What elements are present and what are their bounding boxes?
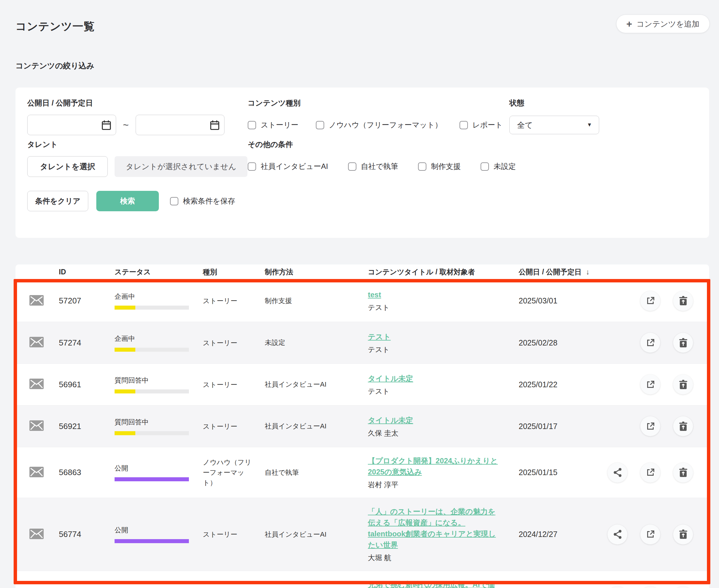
content-title-link[interactable]: タイトル未定 (368, 415, 498, 426)
delete-button[interactable] (673, 463, 693, 483)
row-title-cell: 兄弟で挑む新時代の採用広報。AIで価値を創造する経営者の挑戦 大堀 海 (330, 571, 503, 588)
filter-panel: 公開日 / 公開予定日 ~ (16, 87, 709, 238)
status-select[interactable]: 全て ▼ (510, 116, 599, 134)
delete-button[interactable] (673, 525, 693, 544)
mail-icon[interactable] (29, 337, 44, 348)
open-external-button[interactable] (640, 375, 660, 394)
talent-field: タレント タレントを選択 タレントが選択されていません (27, 140, 248, 176)
checkbox-icon[interactable] (170, 197, 178, 205)
row-actions (590, 525, 709, 544)
row-subject: 久保 圭太 (368, 428, 503, 438)
checkbox-knowhow[interactable]: ノウハウ（フリーフォーマット） (316, 120, 442, 130)
table-body: 57207 企画中 ストーリー 制作支援 test テスト 2025/03/01 (16, 280, 709, 588)
table-row: 57274 企画中 ストーリー 未設定 テスト テスト 2025/02/28 (16, 322, 709, 363)
content-title-link[interactable]: test (368, 289, 498, 300)
row-id: 57207 (59, 296, 99, 306)
add-content-button-label: コンテンツを追加 (636, 19, 699, 29)
mail-icon[interactable] (29, 529, 44, 539)
checkbox-report[interactable]: レポート (460, 120, 503, 130)
checkbox-interview-ai[interactable]: 社員インタビューAI (248, 162, 328, 171)
row-type: ストーリー (189, 421, 256, 432)
progress-bar (115, 390, 189, 394)
talent-select-button[interactable]: タレントを選択 (27, 156, 108, 177)
open-external-button[interactable] (640, 463, 660, 483)
table-row: 56961 質問回答中 ストーリー 社員インタビューAI タイトル未定 テスト … (16, 363, 709, 405)
delete-button[interactable] (673, 416, 693, 436)
content-title-link[interactable]: 兄弟で挑む新時代の採用広報。AIで価値を創造する経営者の挑戦 (368, 579, 498, 588)
checkbox-icon[interactable] (348, 162, 356, 171)
content-title-link[interactable]: テスト (368, 331, 498, 342)
mail-icon[interactable] (29, 467, 44, 477)
open-external-button[interactable] (640, 291, 660, 311)
row-title-cell: タイトル未定 久保 圭太 (330, 407, 503, 446)
row-status: 企画中 (99, 334, 189, 352)
share-button[interactable] (607, 463, 627, 483)
calendar-icon[interactable] (102, 120, 111, 131)
open-external-button[interactable] (640, 525, 660, 544)
row-status: 公開 (99, 464, 189, 481)
row-type: ストーリー (189, 338, 256, 348)
row-actions (590, 586, 709, 588)
progress-fill (115, 306, 135, 310)
row-subject: テスト (368, 303, 503, 312)
save-search-checkbox[interactable]: 検索条件を保存 (170, 196, 235, 206)
checkbox-icon[interactable] (481, 162, 489, 171)
other-conditions-label: その他の条件 (248, 140, 697, 149)
row-title-cell: test テスト (330, 281, 503, 320)
row-subject: テスト (368, 345, 503, 355)
calendar-icon[interactable] (210, 120, 220, 131)
progress-fill (115, 348, 135, 352)
save-search-label: 検索条件を保存 (183, 196, 235, 206)
mail-icon[interactable] (29, 379, 44, 389)
checkbox-inhouse[interactable]: 自社で執筆 (348, 162, 399, 171)
progress-bar (115, 477, 189, 481)
header-status: ステータス (99, 267, 189, 277)
row-status-label: 公開 (115, 526, 189, 535)
delete-button[interactable] (673, 291, 693, 311)
checkbox-icon[interactable] (316, 121, 324, 129)
row-title-cell: テスト テスト (330, 323, 503, 362)
clear-conditions-button[interactable]: 条件をクリア (27, 191, 88, 211)
content-list-page: コンテンツ一覧 + コンテンツを追加 コンテンツの絞り込み 公開日 / 公開予定… (0, 0, 719, 588)
status-field: 状態 全て ▼ (510, 98, 697, 135)
checkbox-icon[interactable] (460, 121, 468, 129)
share-button[interactable] (607, 586, 627, 588)
row-date: 2025/02/28 (503, 338, 590, 348)
checkbox-icon[interactable] (248, 121, 256, 129)
row-method: 自社で執筆 (256, 468, 330, 477)
open-external-button[interactable] (640, 416, 660, 436)
open-external-button[interactable] (640, 586, 660, 588)
content-title-link[interactable]: 「人」のストーリーは、企業の魅力を伝える「広報資産」になる。talentbook… (368, 506, 498, 551)
checkbox-story[interactable]: ストーリー (248, 120, 299, 130)
row-status: 企画中 (99, 292, 189, 310)
row-actions (590, 291, 709, 311)
checkbox-icon[interactable] (418, 162, 426, 171)
row-status: 質問回答中 (99, 418, 189, 435)
checkbox-unset[interactable]: 未設定 (481, 162, 516, 171)
add-content-button[interactable]: + コンテンツを追加 (616, 15, 710, 33)
row-method: 社員インタビューAI (256, 530, 330, 539)
checkbox-icon[interactable] (248, 162, 256, 171)
checkbox-report-label: レポート (473, 120, 503, 130)
row-type: ストーリー (189, 296, 256, 306)
talent-label: タレント (27, 140, 248, 149)
open-external-button[interactable] (640, 333, 660, 353)
row-id: 57274 (59, 338, 99, 348)
content-table: ID ステータス 種別 制作方法 コンテンツタイトル / 取材対象者 公開日 /… (16, 265, 709, 588)
delete-button[interactable] (673, 375, 693, 394)
date-range-field: 公開日 / 公開予定日 ~ (27, 98, 248, 135)
share-button[interactable] (607, 525, 627, 544)
search-button[interactable]: 検索 (96, 191, 159, 211)
sort-descending-icon[interactable]: ↓ (586, 268, 590, 276)
delete-button[interactable] (673, 586, 693, 588)
mail-icon[interactable] (29, 420, 44, 431)
table-row: 56921 質問回答中 ストーリー 社員インタビューAI タイトル未定 久保 圭… (16, 405, 709, 447)
content-title-link[interactable]: タイトル未定 (368, 373, 498, 384)
header-date[interactable]: 公開日 / 公開予定日↓ (503, 267, 590, 277)
delete-button[interactable] (673, 333, 693, 353)
mail-icon[interactable] (29, 295, 44, 306)
row-date: 2025/01/17 (503, 422, 590, 431)
checkbox-production-support[interactable]: 制作支援 (418, 162, 461, 171)
row-status-label: 質問回答中 (115, 418, 189, 427)
content-title-link[interactable]: 【プロダクト開発】2024ふりかえりと2025の意気込み (368, 455, 498, 478)
